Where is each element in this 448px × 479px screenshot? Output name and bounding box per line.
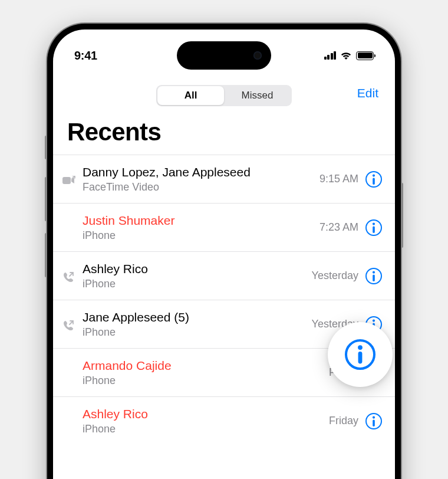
nav-bar: All Missed Edit (53, 81, 395, 111)
call-type: iPhone (83, 229, 315, 242)
page-title: Recents (53, 111, 395, 155)
edit-button[interactable]: Edit (357, 86, 378, 100)
call-type: iPhone (83, 326, 307, 339)
volume-up-button (45, 177, 47, 221)
cellular-icon (324, 51, 337, 60)
phone-frame: 9:41 All Missed Edit Recents (47, 24, 401, 479)
caller-name: Ashley Rico (83, 406, 324, 422)
call-type: iPhone (83, 278, 307, 290)
svg-point-1 (373, 174, 375, 176)
call-row[interactable]: Ashley Rico iPhone Yesterday (53, 251, 395, 300)
caller-name: Justin Shumaker (83, 213, 315, 228)
call-type: iPhone (83, 375, 324, 387)
video-out-icon (62, 173, 83, 185)
svg-rect-2 (373, 178, 375, 185)
svg-rect-14 (358, 352, 363, 364)
svg-point-11 (373, 416, 375, 418)
call-body: Armando Cajide iPhone (83, 358, 329, 387)
phone-out-icon (62, 317, 83, 332)
info-button[interactable] (365, 219, 382, 236)
call-body: Jane Appleseed (5) iPhone (83, 310, 312, 339)
svg-rect-12 (373, 419, 375, 426)
tab-all[interactable]: All (157, 86, 224, 105)
call-row[interactable]: Danny Lopez, Jane Appleseed FaceTime Vid… (53, 155, 395, 203)
call-row[interactable]: Justin Shumaker iPhone 7:23 AM (53, 203, 395, 251)
phone-out-icon (62, 269, 83, 283)
volume-down-button (45, 233, 47, 277)
callout-highlight (328, 322, 393, 387)
silent-switch (45, 136, 47, 159)
call-type: iPhone (83, 423, 324, 435)
screen: 9:41 All Missed Edit Recents (53, 29, 395, 479)
battery-icon (356, 51, 374, 60)
info-button[interactable] (365, 268, 382, 284)
dynamic-island (177, 41, 271, 70)
svg-point-5 (373, 271, 375, 273)
tab-missed[interactable]: Missed (224, 86, 291, 105)
wifi-icon (340, 51, 352, 60)
svg-rect-0 (62, 177, 71, 184)
call-time: 7:23 AM (319, 221, 358, 234)
no-icon (62, 372, 83, 374)
info-button[interactable] (365, 171, 382, 188)
svg-point-7 (373, 319, 375, 321)
call-time: Friday (329, 415, 358, 427)
caller-name: Ashley Rico (83, 261, 307, 277)
svg-rect-4 (373, 226, 375, 233)
status-indicators (324, 51, 374, 60)
caller-name: Armando Cajide (83, 358, 324, 373)
call-time: Yesterday (312, 270, 358, 282)
call-type: FaceTime Video (83, 181, 315, 193)
recents-list[interactable]: Danny Lopez, Jane Appleseed FaceTime Vid… (53, 155, 395, 445)
info-icon (345, 339, 375, 370)
caller-name: Jane Appleseed (5) (83, 310, 307, 325)
side-button (401, 183, 403, 248)
call-body: Ashley Rico iPhone (83, 261, 312, 290)
svg-point-13 (358, 345, 363, 350)
call-row[interactable]: Ashley Rico iPhone Friday (53, 396, 395, 445)
svg-point-3 (373, 222, 375, 225)
call-body: Danny Lopez, Jane Appleseed FaceTime Vid… (83, 165, 319, 193)
call-time: 9:15 AM (319, 173, 358, 185)
call-body: Ashley Rico iPhone (83, 406, 329, 435)
caller-name: Danny Lopez, Jane Appleseed (83, 165, 315, 180)
front-camera-icon (253, 51, 262, 60)
info-button[interactable] (365, 413, 382, 429)
filter-segment[interactable]: All Missed (156, 85, 292, 106)
status-time: 9:41 (74, 49, 97, 63)
no-icon (62, 420, 83, 422)
svg-rect-6 (373, 274, 375, 281)
no-icon (62, 227, 83, 229)
call-body: Justin Shumaker iPhone (83, 213, 319, 242)
